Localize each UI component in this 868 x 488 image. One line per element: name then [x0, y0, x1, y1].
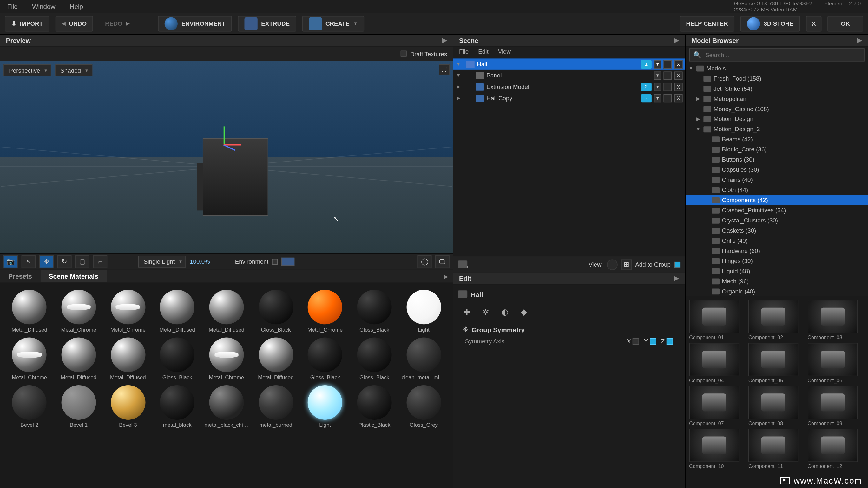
tree-item[interactable]: Liquid (48) — [686, 266, 868, 276]
settings-icon[interactable]: ✲ — [479, 305, 492, 318]
environment-checkbox[interactable] — [272, 258, 278, 265]
component-item[interactable]: Component_11 — [748, 429, 805, 469]
component-item[interactable]: Component_03 — [808, 300, 865, 340]
component-item[interactable]: Component_12 — [808, 429, 865, 469]
component-item[interactable]: Component_01 — [689, 300, 746, 340]
collapse-icon[interactable]: ▶ — [443, 273, 453, 279]
tree-item[interactable]: Mech (96) — [686, 276, 868, 286]
material-item[interactable]: Metal_Diffused — [104, 338, 151, 380]
disclosure-icon[interactable]: ▼ — [456, 73, 462, 78]
add-tool-icon[interactable]: ✚ — [460, 305, 473, 318]
visibility-toggle[interactable] — [663, 94, 672, 102]
extrude-button[interactable]: EXTRUDE — [238, 16, 296, 31]
material-item[interactable]: Metal_Chrome — [302, 290, 349, 333]
dropdown-icon[interactable]: ▼ — [654, 94, 661, 102]
material-item[interactable]: metal_black — [154, 385, 201, 428]
material-item[interactable]: Metal_Chrome — [203, 338, 250, 380]
disclosure-icon[interactable]: ▶ — [695, 96, 701, 101]
collapse-icon[interactable]: ▶ — [442, 37, 447, 44]
tree-item[interactable]: Beams (42) — [686, 134, 868, 144]
disclosure-icon[interactable]: ▼ — [456, 62, 462, 67]
material-item[interactable]: Gloss_Black — [154, 338, 201, 380]
presets-tab[interactable]: Presets — [0, 270, 40, 282]
material-item[interactable]: Metal_Diffused — [203, 290, 250, 333]
dropdown-icon[interactable]: ▼ — [654, 60, 661, 68]
transform-tool-icon[interactable]: ⌐ — [93, 255, 107, 268]
disclosure-icon[interactable]: ▶ — [695, 116, 701, 122]
tree-item[interactable]: Hinges (30) — [686, 256, 868, 266]
material-item[interactable]: Gloss_Black — [351, 338, 398, 380]
visibility-toggle[interactable] — [663, 60, 672, 68]
component-item[interactable]: Component_04 — [689, 343, 746, 383]
component-item[interactable]: Component_08 — [748, 386, 805, 426]
component-item[interactable]: Component_02 — [748, 300, 805, 340]
material-item[interactable]: Metal_Chrome — [104, 290, 151, 333]
menu-window[interactable]: Window — [32, 3, 56, 10]
camera-dropdown[interactable]: Perspective — [3, 64, 52, 77]
disclosure-icon[interactable]: ▼ — [695, 126, 701, 132]
select-tool-icon[interactable]: ↖ — [22, 255, 36, 268]
component-item[interactable]: Component_09 — [808, 386, 865, 426]
z-checkbox[interactable] — [666, 338, 673, 344]
fullscreen-icon[interactable]: ⛶ — [439, 64, 450, 75]
tree-item[interactable]: Bionic_Core (36) — [686, 144, 868, 155]
help-center-button[interactable]: HELP CENTER — [680, 16, 735, 31]
material-item[interactable]: Metal_Chrome — [6, 338, 53, 380]
view-grid-icon[interactable]: ⊞ — [621, 259, 632, 270]
dropdown-icon[interactable]: ▼ — [654, 83, 661, 91]
scene-materials-tab[interactable]: Scene Materials — [40, 270, 106, 282]
component-item[interactable]: Component_07 — [689, 386, 746, 426]
ok-button[interactable]: OK — [827, 16, 863, 31]
delete-icon[interactable]: X — [674, 71, 682, 80]
x-checkbox[interactable] — [632, 338, 639, 344]
folder-icon[interactable]: + — [458, 261, 467, 268]
delete-icon[interactable]: X — [674, 94, 682, 102]
create-button[interactable]: CREATE ▼ — [302, 16, 365, 31]
light-mode-dropdown[interactable]: Single Light — [138, 255, 186, 268]
close-button[interactable]: X — [806, 16, 822, 31]
add-to-group-checkbox[interactable] — [674, 262, 680, 268]
material-item[interactable]: metal_burned — [252, 385, 299, 428]
symmetry-y[interactable]: Y — [644, 338, 656, 344]
material-item[interactable]: Gloss_Black — [302, 338, 349, 380]
deform-icon[interactable]: ◐ — [498, 305, 512, 318]
menu-help[interactable]: Help — [70, 3, 84, 10]
material-item[interactable]: Bevel 3 — [104, 385, 151, 428]
y-checkbox[interactable] — [650, 338, 656, 344]
menu-file[interactable]: File — [7, 3, 18, 10]
material-item[interactable]: Bevel 1 — [55, 385, 102, 428]
material-item[interactable]: Bevel 2 — [6, 385, 53, 428]
material-item[interactable]: Metal_Diffused — [154, 290, 201, 333]
delete-icon[interactable]: X — [674, 60, 682, 68]
search-bar[interactable]: 🔍 — [689, 48, 864, 61]
symmetry-z[interactable]: Z — [661, 338, 673, 344]
scene-item[interactable]: ▼ Hall 1 ▼ X — [453, 58, 685, 70]
tree-item[interactable]: Fresh_Food (158) — [686, 73, 868, 84]
material-item[interactable]: Plastic_Black — [351, 385, 398, 428]
scene-file-menu[interactable]: File — [459, 48, 469, 57]
visibility-toggle[interactable] — [663, 71, 672, 80]
tree-item[interactable]: Crashed_Primitives (64) — [686, 205, 868, 215]
tree-item[interactable]: ▶ Metropolitan — [686, 94, 868, 104]
delete-icon[interactable]: X — [674, 83, 682, 91]
dropdown-icon[interactable]: ▼ — [654, 71, 661, 80]
environment-button[interactable]: ENVIRONMENT — [158, 16, 232, 31]
disclosure-icon[interactable]: ▶ — [456, 95, 462, 101]
material-item[interactable]: Metal_Chrome — [55, 290, 102, 333]
scale-tool-icon[interactable]: ▢ — [75, 255, 90, 268]
disclosure-icon[interactable]: ▼ — [688, 66, 694, 71]
tree-item[interactable]: Cloth (44) — [686, 185, 868, 195]
scene-edit-menu[interactable]: Edit — [478, 48, 488, 57]
material-item[interactable]: Light — [400, 290, 447, 333]
render-icon[interactable]: ◯ — [417, 255, 431, 268]
tree-item[interactable]: Jet_Strike (54) — [686, 84, 868, 94]
component-item[interactable]: Component_10 — [689, 429, 746, 469]
material-item[interactable]: Gloss_Black — [252, 290, 299, 333]
tree-item[interactable]: ▶ Motion_Design — [686, 114, 868, 124]
environment-color-swatch[interactable] — [282, 257, 295, 266]
undo-button[interactable]: ◀ UNDO — [56, 16, 93, 31]
material-item[interactable]: Gloss_Black — [351, 290, 398, 333]
tree-item[interactable]: Gaskets (30) — [686, 225, 868, 236]
tree-item[interactable]: ▼ Motion_Design_2 — [686, 124, 868, 134]
material-item[interactable]: Metal_Diffused — [55, 338, 102, 380]
